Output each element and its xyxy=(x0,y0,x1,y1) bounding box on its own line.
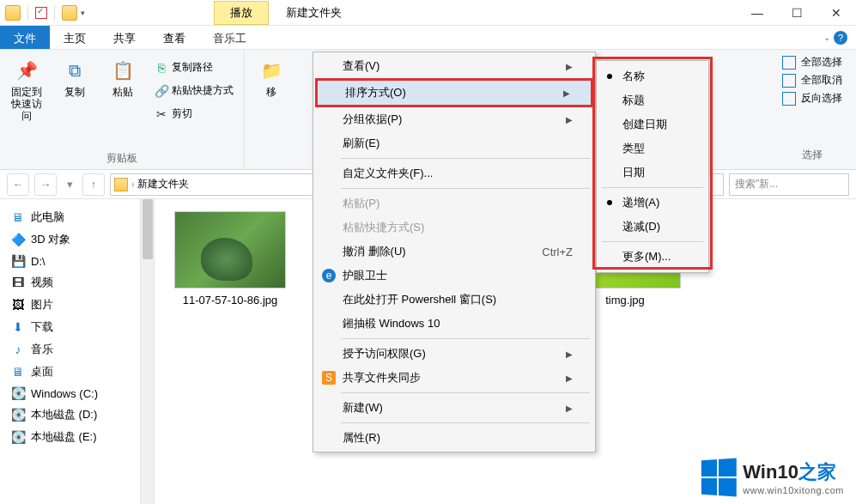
play-contextual-tab[interactable]: 播放 xyxy=(214,1,269,25)
ctx-view[interactable]: 查看(V)▶ xyxy=(315,54,593,78)
eye-icon: e xyxy=(322,269,336,282)
select-all-button[interactable]: 全部选择 xyxy=(782,55,842,70)
sidebar-item-local-e[interactable]: 💽本地磁盘 (E:) xyxy=(3,426,150,448)
hotkey-label: Ctrl+Z xyxy=(542,246,573,258)
pc-icon: 🖥 xyxy=(10,210,26,224)
file-name: 11-07-57-10-86.jpg xyxy=(183,294,278,307)
clipboard-group-label: 剪贴板 xyxy=(7,149,237,167)
paste-shortcut-button[interactable]: 🔗粘贴快捷方式 xyxy=(151,82,237,100)
help-icon[interactable]: ? xyxy=(834,31,847,45)
scissors-icon: ✂ xyxy=(155,107,168,121)
folder-icon[interactable] xyxy=(5,5,21,21)
copy-path-button[interactable]: ⎘复制路径 xyxy=(151,58,237,76)
path-icon: ⎘ xyxy=(155,61,168,75)
pin-to-quick-access-button[interactable]: 📌 固定到快速访问 xyxy=(7,55,46,149)
sort-descending[interactable]: 递减(D) xyxy=(598,215,707,239)
sort-by-type[interactable]: 类型 xyxy=(598,137,707,161)
ctx-sort-by[interactable]: 排序方式(O)▶ xyxy=(315,78,593,107)
select-all-icon xyxy=(782,56,796,70)
chevron-right-icon: ▶ xyxy=(563,88,570,98)
cut-button[interactable]: ✂剪切 xyxy=(151,105,237,123)
folder-icon xyxy=(114,178,128,191)
select-none-icon xyxy=(782,74,796,88)
ctx-undo-delete[interactable]: 撤消 删除(U)Ctrl+Z xyxy=(315,240,593,264)
sidebar-item-3d-objects[interactable]: 🔷3D 对象 xyxy=(3,228,150,251)
sort-by-name[interactable]: 名称 xyxy=(598,64,707,88)
download-icon: ⬇ xyxy=(10,320,26,334)
maximize-button[interactable]: ☐ xyxy=(777,0,817,26)
back-button[interactable]: ← xyxy=(7,173,29,196)
select-group: 全部选择 全部取消 反向选择 选择 xyxy=(768,50,856,169)
ctx-grant-access[interactable]: 授予访问权限(G)▶ xyxy=(315,342,593,366)
ctx-group-by[interactable]: 分组依据(P)▶ xyxy=(315,107,593,131)
ctx-paste-shortcut[interactable]: 粘贴快捷方式(S) xyxy=(315,216,593,240)
sidebar-item-pictures[interactable]: 🖼图片 xyxy=(3,294,150,316)
sidebar-item-this-pc[interactable]: 🖥此电脑 xyxy=(3,206,150,228)
3d-icon: 🔷 xyxy=(10,233,26,246)
music-icon: ♪ xyxy=(10,343,26,356)
copy-icon: ⧉ xyxy=(63,58,87,82)
tab-view[interactable]: 查看 xyxy=(149,26,199,49)
drive-icon: 💽 xyxy=(10,430,26,444)
sidebar-scrollbar[interactable] xyxy=(140,199,154,504)
video-icon: 🎞 xyxy=(10,276,26,289)
copy-button[interactable]: ⧉ 复制 xyxy=(55,55,94,149)
breadcrumb-current[interactable]: 新建文件夹 xyxy=(137,177,189,191)
windows-logo-icon xyxy=(701,458,737,497)
ctx-eye-guard[interactable]: e护眼卫士 xyxy=(315,264,593,288)
sort-ascending[interactable]: 递增(A) xyxy=(598,191,707,215)
ribbon-tabs: 文件 主页 共享 查看 音乐工 ⌄ ? xyxy=(0,26,856,50)
ctx-windows10[interactable]: 鎺抽椴 Windows 10 xyxy=(315,312,593,336)
move-to-button[interactable]: 📁 移 xyxy=(252,55,291,167)
sidebar-item-music[interactable]: ♪音乐 xyxy=(3,338,150,361)
tab-music-tools[interactable]: 音乐工 xyxy=(199,26,260,49)
ctx-open-powershell[interactable]: 在此处打开 Powershell 窗口(S) xyxy=(315,288,593,312)
sidebar-item-windows-c[interactable]: 💽Windows (C:) xyxy=(3,383,150,404)
select-invert-button[interactable]: 反向选择 xyxy=(782,91,842,106)
recent-locations-button[interactable]: ▾ xyxy=(62,173,77,196)
window-title: 新建文件夹 xyxy=(286,5,342,21)
ctx-new[interactable]: 新建(W)▶ xyxy=(315,396,593,420)
tab-share[interactable]: 共享 xyxy=(100,26,149,49)
sort-more[interactable]: 更多(M)... xyxy=(598,245,707,269)
title-bar: ▾ 播放 新建文件夹 — ☐ ✕ xyxy=(0,0,856,26)
tab-file[interactable]: 文件 xyxy=(0,26,50,49)
select-none-button[interactable]: 全部取消 xyxy=(782,73,842,88)
shortcut-icon: 🔗 xyxy=(155,84,168,98)
ctx-paste[interactable]: 粘贴(P) xyxy=(315,191,593,216)
chevron-right-icon: ▶ xyxy=(566,404,573,413)
file-name: timg.jpg xyxy=(605,294,645,307)
sort-by-title[interactable]: 标题 xyxy=(598,88,707,112)
ribbon-collapse-icon[interactable]: ⌄ xyxy=(823,33,830,42)
bullet-icon xyxy=(607,74,612,79)
sidebar-item-d-drive[interactable]: 💾D:\ xyxy=(3,251,150,271)
ctx-share-sync[interactable]: S共享文件夹同步▶ xyxy=(315,366,593,390)
minimize-button[interactable]: — xyxy=(738,0,777,26)
navigation-pane: 🖥此电脑 🔷3D 对象 💾D:\ 🎞视频 🖼图片 ⬇下载 ♪音乐 🖥桌面 💽Wi… xyxy=(0,199,155,504)
up-button[interactable]: ↑ xyxy=(82,173,105,196)
desktop-icon: 🖥 xyxy=(10,365,26,379)
forward-button[interactable]: → xyxy=(34,173,57,196)
sidebar-item-desktop[interactable]: 🖥桌面 xyxy=(3,361,150,383)
chevron-right-icon: ▶ xyxy=(566,349,573,359)
ctx-properties[interactable]: 属性(R) xyxy=(315,426,593,450)
tab-home[interactable]: 主页 xyxy=(50,26,100,49)
new-folder-icon[interactable] xyxy=(62,5,77,21)
paste-button[interactable]: 📋 粘贴 xyxy=(103,55,143,149)
properties-icon[interactable] xyxy=(35,7,47,19)
sort-by-date[interactable]: 日期 xyxy=(598,161,707,185)
select-group-label: 选择 xyxy=(782,146,842,164)
image-thumbnail xyxy=(174,211,286,288)
file-item[interactable]: 11-07-57-10-86.jpg xyxy=(170,211,290,307)
sort-by-created[interactable]: 创建日期 xyxy=(598,112,707,137)
sidebar-item-local-d[interactable]: 💽本地磁盘 (D:) xyxy=(3,404,150,426)
paste-icon: 📋 xyxy=(111,58,135,82)
close-button[interactable]: ✕ xyxy=(817,0,856,26)
ctx-customize-folder[interactable]: 自定义文件夹(F)... xyxy=(315,161,593,185)
search-input[interactable]: 搜索"新... xyxy=(729,173,849,196)
sidebar-item-videos[interactable]: 🎞视频 xyxy=(3,271,150,294)
ctx-refresh[interactable]: 刷新(E) xyxy=(315,131,593,155)
sidebar-item-downloads[interactable]: ⬇下载 xyxy=(3,316,150,338)
drive-icon: 💽 xyxy=(10,408,26,422)
quick-access-toolbar: ▾ xyxy=(0,5,85,21)
